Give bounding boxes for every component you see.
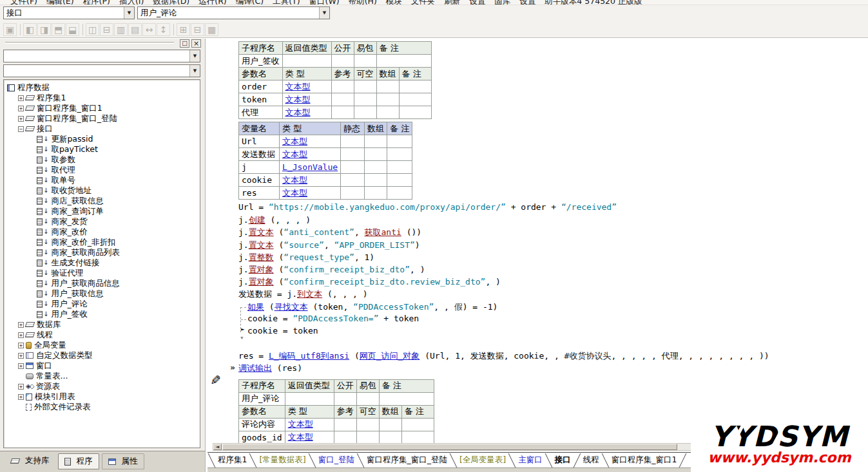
tree-item[interactable]: ↓取单号 bbox=[5, 175, 200, 185]
editor-tab[interactable]: 程序集1 bbox=[215, 455, 250, 466]
panel-grip[interactable] bbox=[5, 42, 174, 44]
scope-combo[interactable]: 接口 ▼ bbox=[3, 6, 135, 19]
same-width-icon[interactable]: ⊞ bbox=[177, 23, 190, 36]
table-cell[interactable]: 发送数据 bbox=[239, 148, 280, 161]
expand-plus-icon[interactable]: + bbox=[18, 363, 24, 369]
code-editor[interactable]: 子程序名返回值类型公开易包备 注用户_签收参数名类 型参考可空数组备 注orde… bbox=[207, 39, 868, 452]
panel-filter-combo-1[interactable]: ▼ bbox=[3, 50, 200, 62]
editor-tab[interactable]: 线程 bbox=[580, 455, 603, 466]
menu-item[interactable]: 刷新 bbox=[444, 0, 460, 5]
tree-item[interactable]: ↓商家_改价 bbox=[5, 227, 200, 237]
panel-tab-程序[interactable]: 程序 bbox=[58, 453, 99, 469]
menu-item[interactable]: 编辑(E) bbox=[46, 0, 74, 5]
menu-item[interactable]: 助手版本4 574520 正版版 bbox=[545, 0, 642, 5]
same-size-icon[interactable]: ▦ bbox=[205, 23, 218, 36]
tree-item[interactable]: ↓生成支付链接 bbox=[5, 258, 200, 268]
subroutine-combo[interactable]: 用户_评论 ▼ bbox=[137, 6, 330, 19]
type-link-cell[interactable]: 文本型 bbox=[282, 80, 331, 93]
system-function-link[interactable]: 网页_访问_对象 bbox=[360, 351, 420, 361]
editor-tab[interactable]: [全局变量表] bbox=[456, 455, 509, 466]
tree-item[interactable]: ↓用户_评论 bbox=[5, 299, 200, 309]
tree-item[interactable]: 外部文件记录表 bbox=[5, 402, 200, 412]
menu-item[interactable]: 窗口(W) bbox=[309, 0, 340, 5]
method-link[interactable]: 置对象 bbox=[249, 277, 274, 287]
expand-plus-icon[interactable]: + bbox=[18, 332, 24, 338]
tree-item[interactable]: ↓取代理 bbox=[5, 165, 200, 175]
expand-plus-icon[interactable]: + bbox=[18, 353, 24, 359]
align-left-icon[interactable]: ◧ bbox=[23, 23, 37, 36]
table-cell[interactable]: j bbox=[239, 161, 280, 174]
menu-item[interactable]: 编译(C) bbox=[236, 0, 264, 5]
table-cell[interactable]: 代理 bbox=[239, 106, 283, 119]
menu-item[interactable]: 程序(P) bbox=[83, 0, 110, 5]
tree-item[interactable]: ↓取参数 bbox=[5, 155, 200, 165]
editor-tab[interactable]: 窗口程序集_窗口_登陆 bbox=[363, 455, 450, 466]
editor-tab[interactable]: [常量数据表] bbox=[256, 455, 309, 466]
table-cell[interactable]: token bbox=[239, 93, 283, 106]
method-link[interactable]: 创建 bbox=[249, 215, 265, 225]
menu-item[interactable]: 文件夹 bbox=[411, 0, 436, 5]
form-designer-icon[interactable]: ▣ bbox=[3, 23, 17, 36]
type-link-cell[interactable]: 文本型 bbox=[285, 431, 334, 444]
align-top-icon[interactable]: ⬒ bbox=[52, 23, 65, 36]
editor-tab[interactable]: 接口 bbox=[552, 455, 574, 466]
expand-plus-icon[interactable]: + bbox=[18, 394, 24, 400]
scrollbar-thumb[interactable] bbox=[222, 444, 677, 450]
editor-tab[interactable]: 窗口_登陆 bbox=[315, 455, 358, 466]
editor-tab[interactable]: 主窗口 bbox=[515, 455, 546, 466]
tree-item[interactable]: ↓商家_获取商品列表 bbox=[5, 247, 200, 258]
expand-plus-icon[interactable]: + bbox=[18, 95, 24, 101]
tree-item[interactable]: 程序数据 bbox=[5, 82, 200, 93]
space-equal-horizontal-icon[interactable]: ▥ bbox=[114, 23, 128, 36]
method-link[interactable]: 置文本 bbox=[249, 227, 274, 237]
panel-close-button[interactable]: × bbox=[191, 39, 201, 48]
expand-plus-icon[interactable]: + bbox=[18, 343, 24, 348]
system-function-link[interactable]: 调试输出 bbox=[238, 363, 272, 373]
type-link-cell[interactable]: 文本型 bbox=[280, 187, 341, 200]
table-cell[interactable]: res bbox=[239, 187, 280, 200]
tree-item[interactable]: +窗口程序集_窗口_登陆 bbox=[5, 113, 200, 124]
chevron-down-icon[interactable]: ▼ bbox=[124, 7, 134, 19]
tree-item[interactable]: ↓商家_查询订单 bbox=[5, 206, 200, 216]
tree-item[interactable]: ↓用户_获取商品信息 bbox=[5, 278, 200, 288]
chevron-down-icon[interactable]: ▼ bbox=[189, 65, 200, 77]
shrink-height-icon[interactable]: ↕ bbox=[157, 23, 170, 36]
table-cell[interactable]: goods_id bbox=[239, 431, 285, 444]
table-cell[interactable]: cookie bbox=[239, 174, 280, 187]
tree-item[interactable]: +窗口程序集_窗口1 bbox=[5, 103, 200, 113]
tree-item[interactable]: ↓取payTicket bbox=[5, 144, 200, 155]
tree-item[interactable]: ↓用户_签收 bbox=[5, 309, 200, 319]
chevron-down-icon[interactable]: ▼ bbox=[319, 7, 329, 19]
tree-item[interactable]: ↓商家_改价_非折扣 bbox=[5, 237, 200, 247]
collapse-minus-icon[interactable]: − bbox=[18, 126, 24, 132]
method-link[interactable]: 置整数 bbox=[249, 252, 274, 262]
tree-item[interactable]: +线程 bbox=[5, 330, 200, 340]
system-function-link[interactable]: 寻找文本 bbox=[275, 302, 308, 312]
table-cell[interactable]: 用户_评论 bbox=[239, 392, 285, 405]
menu-item[interactable]: 文件(F) bbox=[10, 0, 37, 5]
tree-item[interactable]: ↓验证代理 bbox=[5, 268, 200, 278]
method-link[interactable]: 获取anti bbox=[365, 227, 401, 237]
tree-item[interactable]: +程序集1 bbox=[5, 93, 200, 103]
expand-plus-icon[interactable]: + bbox=[18, 384, 24, 390]
type-link-cell[interactable]: 文本型 bbox=[280, 148, 341, 161]
menu-item[interactable]: 帮助(H) bbox=[349, 0, 377, 5]
editor-tab[interactable]: 窗口程序集_窗口1 bbox=[608, 455, 680, 466]
type-link-cell[interactable]: 文本型 bbox=[282, 93, 331, 106]
tree-item[interactable]: −接口 bbox=[5, 124, 200, 134]
table-cell[interactable]: 评论内容 bbox=[239, 418, 285, 431]
align-right-icon[interactable]: ◨ bbox=[37, 23, 51, 36]
panel-float-button[interactable]: □ bbox=[180, 39, 189, 48]
chevron-down-icon[interactable]: ▼ bbox=[189, 50, 200, 62]
expand-plus-icon[interactable]: + bbox=[18, 106, 24, 111]
tree-item[interactable]: +◈◇资源表 bbox=[5, 381, 200, 392]
tree-item[interactable]: +全局变量 bbox=[5, 340, 200, 350]
same-height-icon[interactable]: ⊟ bbox=[191, 23, 204, 36]
menu-item[interactable]: 运行(R) bbox=[198, 0, 226, 5]
panel-tab-属性[interactable]: 属性 bbox=[102, 453, 144, 469]
menu-item[interactable]: 数据库(D) bbox=[153, 0, 189, 5]
tree-item[interactable]: ↓更新passid bbox=[5, 134, 200, 144]
table-cell[interactable]: Url bbox=[239, 135, 280, 148]
menu-item[interactable]: 设置 bbox=[519, 0, 535, 5]
tree-item[interactable]: +自定义数据类型 bbox=[5, 350, 200, 361]
